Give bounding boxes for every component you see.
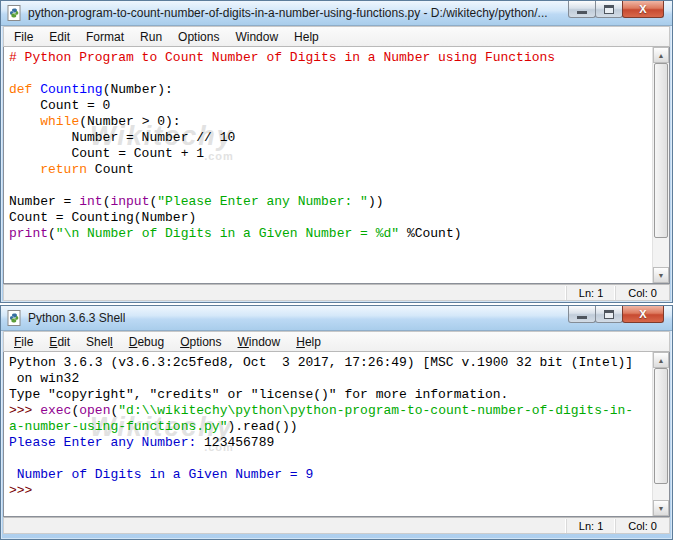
menu-item-help[interactable]: Help [288, 333, 329, 351]
text-line: def Counting(Number): [9, 82, 652, 98]
shell-scrollbar[interactable]: ▲ ▼ [652, 352, 669, 516]
scrollbar-thumb[interactable] [654, 368, 668, 484]
text-line: Number of Digits in a Given Number = 9 [9, 467, 652, 483]
scroll-down-button[interactable]: ▼ [653, 500, 669, 516]
menu-item-edit[interactable]: Edit [41, 28, 78, 46]
text-line: while(Number > 0): [9, 114, 652, 130]
python-file-icon [7, 5, 23, 21]
maximize-icon [604, 310, 614, 319]
editor-content: # Python Program to Count Number of Digi… [3, 47, 670, 284]
menu-item-options[interactable]: Options [172, 333, 229, 351]
shell-window-title: Python 3.6.3 Shell [28, 311, 125, 325]
arrow-up-icon: ▲ [658, 357, 665, 364]
scroll-down-button[interactable]: ▼ [653, 267, 669, 283]
scroll-up-button[interactable]: ▲ [653, 47, 669, 63]
close-button[interactable]: X [622, 1, 664, 18]
close-icon: X [639, 308, 646, 320]
editor-textarea[interactable]: # Python Program to Count Number of Digi… [4, 47, 652, 283]
editor-window-controls: X [569, 1, 664, 18]
editor-titlebar[interactable]: python-program-to-count-number-of-digits… [1, 1, 672, 26]
menu-item-shell[interactable]: Shell [78, 333, 121, 351]
text-line: Please Enter any Number: 123456789 [9, 435, 652, 451]
menu-item-options[interactable]: Options [170, 28, 227, 46]
editor-statusbar: Ln: 1 Col: 0 [3, 284, 670, 301]
text-line: >>> [9, 483, 652, 499]
minimize-icon [577, 316, 587, 319]
shell-content: Python 3.6.3 (v3.6.3:2c5fed8, Oct 3 2017… [3, 352, 670, 517]
text-line: Python 3.6.3 (v3.6.3:2c5fed8, Oct 3 2017… [9, 355, 652, 371]
maximize-button[interactable] [595, 306, 623, 323]
python-shell-icon [7, 310, 23, 326]
shell-textarea[interactable]: Python 3.6.3 (v3.6.3:2c5fed8, Oct 3 2017… [4, 352, 652, 516]
editor-menubar: FileEditFormatRunOptionsWindowHelp [3, 26, 670, 47]
menu-item-file[interactable]: File [6, 28, 41, 46]
arrow-down-icon: ▼ [658, 505, 665, 512]
text-line: return Count [9, 162, 652, 178]
shell-titlebar[interactable]: Python 3.6.3 Shell X [1, 306, 672, 331]
menu-item-window[interactable]: Window [230, 333, 289, 351]
scroll-up-button[interactable]: ▲ [653, 352, 669, 368]
menu-item-format[interactable]: Format [78, 28, 132, 46]
menu-item-edit[interactable]: Edit [41, 333, 78, 351]
maximize-icon [604, 5, 614, 14]
text-line [9, 451, 652, 467]
text-line: Count = Counting(Number) [9, 210, 652, 226]
scrollbar-track[interactable] [653, 63, 669, 267]
text-line: Count = 0 [9, 98, 652, 114]
menu-item-help[interactable]: Help [286, 28, 327, 46]
editor-scrollbar[interactable]: ▲ ▼ [652, 47, 669, 283]
menu-item-file[interactable]: File [6, 333, 41, 351]
minimize-icon [577, 11, 587, 14]
close-icon: X [639, 3, 646, 15]
menu-item-debug[interactable]: Debug [121, 333, 172, 351]
text-line: Count = Count + 1 [9, 146, 652, 162]
text-line: on win32 [9, 371, 652, 387]
column-indicator: Col: 0 [615, 286, 669, 300]
line-indicator: Ln: 1 [566, 519, 615, 533]
arrow-up-icon: ▲ [658, 52, 665, 59]
text-line [9, 178, 652, 194]
shell-window-controls: X [569, 306, 664, 323]
menu-item-run[interactable]: Run [132, 28, 170, 46]
text-line [9, 66, 652, 82]
scrollbar-thumb[interactable] [654, 63, 668, 238]
text-line: Number = Number // 10 [9, 130, 652, 146]
maximize-button[interactable] [595, 1, 623, 18]
editor-window: python-program-to-count-number-of-digits… [0, 0, 673, 303]
text-line: a-number-using-functions.py").read()) [9, 419, 652, 435]
text-line: >>> exec(open("d:\\wikitechy\python\pyth… [9, 403, 652, 419]
text-line: # Python Program to Count Number of Digi… [9, 50, 652, 66]
arrow-down-icon: ▼ [658, 272, 665, 279]
shell-window: Python 3.6.3 Shell X FileEditShellDebugO… [0, 305, 673, 540]
line-indicator: Ln: 1 [566, 286, 615, 300]
text-line: print("\n Number of Digits in a Given Nu… [9, 226, 652, 242]
minimize-button[interactable] [568, 306, 596, 323]
close-button[interactable]: X [622, 306, 664, 323]
text-line: Type "copyright", "credits" or "license(… [9, 387, 652, 403]
scrollbar-track[interactable] [653, 368, 669, 500]
shell-statusbar: Ln: 1 Col: 0 [3, 517, 670, 534]
menu-item-window[interactable]: Window [227, 28, 286, 46]
text-line: Number = int(input("Please Enter any Num… [9, 194, 652, 210]
minimize-button[interactable] [568, 1, 596, 18]
column-indicator: Col: 0 [615, 519, 669, 533]
editor-window-title: python-program-to-count-number-of-digits… [28, 6, 548, 20]
shell-menubar: FileEditShellDebugOptionsWindowHelp [3, 331, 670, 352]
